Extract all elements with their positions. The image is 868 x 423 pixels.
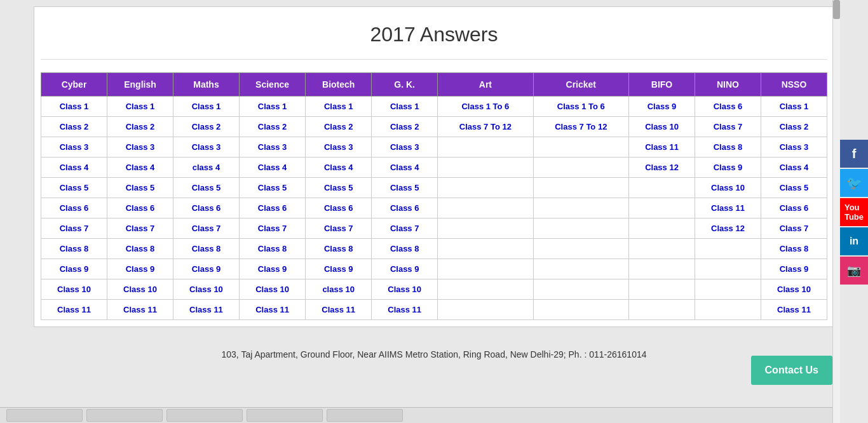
youtube-icon[interactable]: YouTube [840, 198, 868, 226]
class-link[interactable]: Class 7 To 12 [459, 122, 512, 131]
bottom-tab-3[interactable] [166, 409, 243, 422]
class-link[interactable]: Class 4 [126, 163, 155, 172]
class-link[interactable]: Class 9 [192, 264, 221, 274]
table-cell[interactable]: Class 5 [372, 178, 438, 198]
bottom-tab-4[interactable] [247, 409, 323, 422]
class-link[interactable]: Class 2 [192, 122, 221, 131]
class-link[interactable]: Class 6 [126, 203, 155, 213]
twitter-icon[interactable]: 🐦 [840, 169, 868, 197]
table-cell[interactable]: Class 4 [239, 158, 305, 178]
table-cell[interactable]: Class 1 [107, 97, 173, 117]
table-cell[interactable]: Class 2 [107, 117, 173, 137]
table-cell[interactable]: Class 4 [761, 158, 827, 178]
scrollbar[interactable] [832, 0, 840, 423]
class-link[interactable]: Class 7 [390, 224, 419, 233]
class-link[interactable]: Class 1 [324, 102, 353, 111]
table-cell[interactable]: Class 11 [173, 300, 239, 320]
class-link[interactable]: Class 5 [192, 183, 221, 192]
table-cell[interactable]: Class 1 [239, 97, 305, 117]
class-link[interactable]: Class 11 [123, 305, 157, 314]
contact-us-button[interactable]: Contact Us [751, 356, 832, 385]
class-link[interactable]: Class 2 [60, 122, 89, 131]
class-link[interactable]: Class 9 [648, 102, 677, 111]
table-cell[interactable]: Class 3 [761, 137, 827, 158]
table-cell[interactable]: Class 8 [41, 239, 107, 259]
class-link[interactable]: Class 1 [126, 102, 155, 111]
table-cell[interactable]: Class 7 [372, 218, 438, 239]
table-cell[interactable]: Class 5 [107, 178, 173, 198]
table-cell[interactable]: Class 8 [173, 239, 239, 259]
table-cell[interactable]: Class 7 [41, 218, 107, 239]
class-link[interactable]: Class 11 [322, 305, 355, 314]
class-link[interactable]: Class 1 [390, 102, 419, 111]
table-cell[interactable]: Class 7 To 12 [438, 117, 533, 137]
class-link[interactable]: Class 10 [57, 285, 91, 294]
table-cell[interactable]: Class 11 [761, 300, 827, 320]
table-cell[interactable]: Class 7 To 12 [533, 117, 628, 137]
table-cell[interactable]: Class 1 To 6 [533, 97, 628, 117]
table-cell[interactable]: Class 11 [372, 300, 438, 320]
class-link[interactable]: Class 11 [189, 305, 223, 314]
table-cell[interactable]: Class 6 [372, 198, 438, 218]
class-link[interactable]: Class 3 [258, 142, 287, 152]
table-cell[interactable]: Class 11 [306, 300, 372, 320]
class-link[interactable]: Class 1 [258, 102, 287, 111]
table-cell[interactable]: Class 2 [306, 117, 372, 137]
class-link[interactable]: Class 2 [780, 122, 809, 131]
class-link[interactable]: Class 9 [126, 264, 155, 274]
table-cell[interactable]: Class 4 [41, 158, 107, 178]
table-cell[interactable]: class 4 [173, 158, 239, 178]
class-link[interactable]: Class 11 [57, 305, 91, 314]
class-link[interactable]: Class 6 [324, 203, 353, 213]
class-link[interactable]: Class 3 [780, 142, 809, 152]
table-cell[interactable]: Class 3 [173, 137, 239, 158]
table-cell[interactable]: Class 9 [41, 259, 107, 279]
class-link[interactable]: Class 5 [324, 183, 353, 192]
class-link[interactable]: Class 3 [60, 142, 89, 152]
class-link[interactable]: Class 11 [255, 305, 289, 314]
class-link[interactable]: Class 12 [711, 224, 745, 233]
class-link[interactable]: Class 9 [60, 264, 89, 274]
table-cell[interactable]: Class 6 [306, 198, 372, 218]
table-cell[interactable]: Class 8 [239, 239, 305, 259]
table-cell[interactable]: Class 10 [41, 279, 107, 300]
table-cell[interactable]: class 10 [306, 279, 372, 300]
table-cell[interactable]: Class 4 [306, 158, 372, 178]
class-link[interactable]: Class 10 [255, 285, 289, 294]
table-cell[interactable]: Class 10 [173, 279, 239, 300]
table-cell[interactable]: Class 11 [239, 300, 305, 320]
class-link[interactable]: Class 7 [192, 224, 221, 233]
table-cell[interactable]: Class 2 [173, 117, 239, 137]
class-link[interactable]: Class 6 [258, 203, 287, 213]
table-cell[interactable]: Class 10 [629, 117, 695, 137]
class-link[interactable]: Class 7 To 12 [555, 122, 607, 131]
table-cell[interactable]: Class 3 [239, 137, 305, 158]
table-cell[interactable]: Class 7 [107, 218, 173, 239]
table-cell[interactable]: Class 6 [695, 97, 761, 117]
linkedin-icon[interactable]: in [840, 227, 868, 255]
class-link[interactable]: Class 6 [780, 203, 809, 213]
table-cell[interactable]: Class 10 [107, 279, 173, 300]
table-cell[interactable]: Class 6 [107, 198, 173, 218]
table-cell[interactable]: Class 9 [629, 97, 695, 117]
table-cell[interactable]: Class 9 [239, 259, 305, 279]
table-cell[interactable]: Class 10 [239, 279, 305, 300]
table-cell[interactable]: Class 11 [41, 300, 107, 320]
class-link[interactable]: Class 10 [189, 285, 223, 294]
table-cell[interactable]: Class 10 [372, 279, 438, 300]
table-cell[interactable]: Class 3 [41, 137, 107, 158]
table-cell[interactable]: Class 4 [372, 158, 438, 178]
class-link[interactable]: Class 9 [714, 163, 743, 172]
class-link[interactable]: Class 7 [324, 224, 353, 233]
class-link[interactable]: Class 5 [126, 183, 155, 192]
class-link[interactable]: Class 3 [192, 142, 221, 152]
class-link[interactable]: Class 1 To 6 [557, 102, 605, 111]
class-link[interactable]: Class 4 [258, 163, 287, 172]
class-link[interactable]: Class 7 [714, 122, 743, 131]
table-cell[interactable]: Class 2 [761, 117, 827, 137]
class-link[interactable]: Class 4 [390, 163, 419, 172]
table-cell[interactable]: Class 8 [695, 137, 761, 158]
table-cell[interactable]: Class 1 [761, 97, 827, 117]
table-cell[interactable]: Class 2 [41, 117, 107, 137]
class-link[interactable]: class 4 [193, 163, 220, 172]
